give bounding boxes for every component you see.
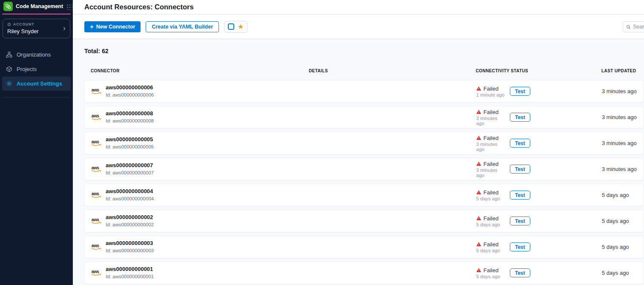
connector-id: Id: aws000000000006: [106, 92, 154, 98]
create-via-yaml-builder-button[interactable]: Create via YAML Builder: [146, 21, 219, 32]
status-block: Failed 3 minutes ago: [476, 135, 507, 152]
status-label: Failed: [483, 109, 498, 115]
connector-id: Id: aws000000000004: [106, 196, 154, 202]
connector-cell: aws aws000000000008 Id: aws000000000008: [91, 110, 309, 124]
plus-icon: +: [90, 23, 94, 30]
connectivity-status-cell: Failed 5 days ago Test: [476, 189, 602, 201]
connector-list: aws aws000000000006 Id: aws000000000006 …: [84, 80, 644, 284]
connector-cell: aws aws000000000005 Id: aws000000000005: [91, 136, 309, 150]
aws-logo-icon: aws: [91, 269, 103, 277]
last-updated-cell: 3 minutes ago: [602, 166, 644, 172]
search-box: [623, 21, 644, 32]
sidebar-item-label: Organizations: [17, 51, 51, 58]
connector-cell: aws aws000000000004 Id: aws000000000004: [91, 188, 309, 202]
aws-logo-icon: aws: [91, 165, 103, 173]
connector-id: Id: aws000000000007: [106, 170, 154, 176]
status-label: Failed: [483, 267, 498, 274]
status-time: 3 minutes ago: [476, 142, 507, 152]
org-chart-icon: [6, 51, 12, 58]
module-switcher-grid-icon[interactable]: [66, 3, 72, 10]
favorites-filter-group: ★: [224, 21, 247, 33]
table-row[interactable]: aws aws000000000001 Id: aws000000000001 …: [84, 262, 644, 284]
table-row[interactable]: aws aws000000000004 Id: aws000000000004 …: [84, 184, 644, 206]
status-time: 5 days ago: [476, 222, 507, 227]
test-connection-button[interactable]: Test: [510, 139, 530, 148]
test-connection-button[interactable]: Test: [510, 113, 530, 122]
connector-name: aws000000000006: [106, 84, 154, 91]
table-row[interactable]: aws aws000000000005 Id: aws000000000005 …: [84, 132, 644, 154]
status-block: Failed 3 minutes ago: [476, 161, 507, 178]
table-row[interactable]: aws aws000000000003 Id: aws000000000003 …: [84, 236, 644, 258]
test-connection-button[interactable]: Test: [510, 165, 530, 174]
gear-icon: [6, 80, 12, 87]
last-updated-cell: 5 days ago: [602, 218, 644, 224]
connectivity-status-cell: Failed 3 minutes ago Test: [476, 161, 602, 178]
favorites-checkbox[interactable]: [228, 23, 234, 30]
connector-name: aws000000000007: [106, 162, 154, 169]
sidebar-item-organizations[interactable]: Organizations: [2, 48, 71, 62]
last-updated-cell: 5 days ago: [602, 192, 644, 198]
cube-icon: [6, 66, 12, 72]
status-block: Failed 5 days ago: [476, 267, 507, 279]
sidebar-nav: Organizations Projects Account Settings: [0, 48, 73, 98]
connectivity-status-cell: Failed 5 days ago Test: [476, 215, 602, 227]
svg-text:aws: aws: [92, 269, 100, 274]
test-connection-button[interactable]: Test: [510, 242, 530, 251]
connectivity-status-cell: Failed 3 minutes ago Test: [476, 135, 602, 152]
status-block: Failed 5 days ago: [476, 215, 507, 227]
connector-name: aws000000000004: [106, 188, 154, 195]
last-updated-cell: 3 minutes ago: [602, 114, 644, 120]
last-updated-cell: 5 days ago: [602, 244, 644, 250]
brand-accent-divider: [2, 14, 71, 14]
status-block: Failed 5 days ago: [476, 189, 507, 201]
connector-id: Id: aws000000000005: [106, 144, 154, 150]
status-time: 1 minute ago: [476, 92, 507, 97]
status-time: 3 minutes ago: [476, 116, 507, 126]
test-connection-button[interactable]: Test: [510, 268, 530, 277]
sidebar-item-account-settings[interactable]: Account Settings: [2, 77, 71, 91]
connector-name-block: aws000000000005 Id: aws000000000005: [106, 136, 154, 150]
connector-name-block: aws000000000006 Id: aws000000000006: [106, 84, 154, 98]
svg-text:aws: aws: [92, 191, 100, 196]
column-header-connectivity-status: CONNECTIVITY STATUS: [476, 68, 601, 73]
module-brand: Code Management: [0, 0, 73, 13]
connector-name: aws000000000005: [106, 136, 154, 143]
test-connection-button[interactable]: Test: [510, 217, 530, 225]
aws-logo-icon: aws: [91, 140, 103, 147]
table-row[interactable]: aws aws000000000006 Id: aws000000000006 …: [84, 80, 644, 103]
search-input[interactable]: [633, 24, 644, 30]
chevron-right-icon[interactable]: ›: [63, 24, 66, 32]
last-updated-cell: 3 minutes ago: [602, 88, 644, 94]
account-scope-icon: [7, 23, 11, 26]
code-management-logo-icon[interactable]: [3, 2, 13, 11]
test-connection-button[interactable]: Test: [510, 87, 530, 96]
status-label: Failed: [483, 86, 498, 92]
svg-text:aws: aws: [92, 243, 100, 248]
connector-cell: aws aws000000000001 Id: aws000000000001: [91, 266, 309, 279]
connector-cell: aws aws000000000007 Id: aws000000000007: [91, 162, 309, 176]
new-connector-button[interactable]: + New Connector: [84, 21, 141, 32]
nav-divider: [3, 97, 69, 98]
aws-logo-icon: aws: [91, 114, 103, 121]
table-row[interactable]: aws aws000000000008 Id: aws000000000008 …: [84, 106, 644, 128]
table-row[interactable]: aws aws000000000002 Id: aws000000000002 …: [84, 210, 644, 232]
status-label: Failed: [483, 189, 498, 196]
status-block: Failed 3 minutes ago: [476, 109, 507, 126]
module-title: Code Management: [16, 3, 63, 9]
connector-name-block: aws000000000001 Id: aws000000000001: [106, 266, 154, 279]
sidebar-item-label: Account Settings: [17, 80, 62, 87]
sidebar: Code Management ACCOUNT Riley Snyder › O…: [0, 0, 73, 285]
column-header-last-updated: LAST UPDATED: [601, 68, 644, 73]
account-label: ACCOUNT: [13, 22, 34, 26]
connectivity-status-cell: Failed 1 minute ago Test: [476, 86, 602, 97]
test-connection-button[interactable]: Test: [510, 191, 530, 200]
status-label: Failed: [483, 161, 498, 167]
page-title: Account Resources: Connectors: [84, 3, 194, 11]
account-selector[interactable]: ACCOUNT Riley Snyder ›: [3, 19, 70, 38]
sidebar-item-projects[interactable]: Projects: [2, 62, 71, 76]
table-header: CONNECTOR DETAILS CONNECTIVITY STATUS LA…: [84, 68, 644, 73]
connector-list-panel: Total: 62 CONNECTOR DETAILS CONNECTIVITY…: [73, 39, 644, 285]
connector-id: Id: aws000000000002: [106, 222, 154, 228]
aws-logo-icon: aws: [91, 191, 103, 199]
table-row[interactable]: aws aws000000000007 Id: aws000000000007 …: [84, 158, 644, 180]
